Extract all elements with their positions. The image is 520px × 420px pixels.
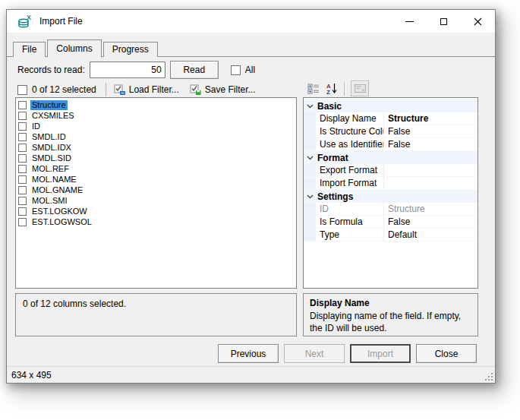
collapse-chevron-icon[interactable] — [304, 99, 316, 112]
column-checkbox[interactable] — [18, 186, 27, 194]
select-all-checkbox[interactable] — [17, 85, 27, 95]
row-gutter — [304, 216, 316, 228]
property-pages-icon — [355, 84, 366, 93]
column-label[interactable]: SMDL.SID — [30, 153, 73, 163]
list-item[interactable]: EST.LOGKOW — [16, 206, 296, 216]
property-category-row[interactable]: Basic — [304, 99, 477, 112]
tabstrip: FileColumnsProgress — [7, 39, 495, 57]
column-label[interactable]: MOL.NAME — [30, 175, 78, 185]
property-row[interactable]: IDStructure — [304, 203, 477, 216]
collapse-chevron-icon[interactable] — [304, 190, 316, 203]
property-value[interactable]: False — [383, 138, 477, 150]
close-button[interactable] — [461, 10, 495, 33]
column-checkbox[interactable] — [18, 175, 27, 184]
property-value[interactable] — [383, 164, 477, 176]
save-filter-label: Save Filter... — [205, 84, 256, 95]
property-value[interactable]: Structure — [383, 112, 477, 125]
list-item[interactable]: Structure — [16, 99, 296, 110]
column-label[interactable]: SMDL.IDX — [30, 143, 73, 153]
column-label[interactable]: MOL.GNAME — [30, 185, 84, 195]
list-item[interactable]: EST.LOGWSOL — [16, 216, 296, 227]
column-checkbox[interactable] — [18, 122, 27, 131]
all-checkbox-label[interactable]: All — [245, 65, 255, 75]
records-to-read-input[interactable] — [90, 62, 165, 78]
categorized-view-button[interactable] — [304, 81, 323, 96]
toolbar-separator — [106, 83, 106, 96]
checkbox-load-icon — [114, 84, 126, 96]
list-item[interactable]: CXSMILES — [16, 110, 296, 121]
tab-progress[interactable]: Progress — [103, 42, 158, 57]
list-item[interactable]: MOL.NAME — [16, 174, 296, 185]
property-label: ID — [316, 204, 383, 214]
property-category-row[interactable]: Format — [304, 151, 477, 164]
column-checkbox[interactable] — [18, 154, 27, 163]
property-row[interactable]: Export Format — [304, 164, 477, 177]
maximize-button[interactable] — [427, 10, 461, 33]
row-gutter — [304, 112, 316, 125]
column-checkbox[interactable] — [18, 197, 27, 205]
list-item[interactable]: MOL.GNAME — [16, 185, 296, 195]
column-label[interactable]: EST.LOGKOW — [30, 207, 89, 216]
property-row[interactable]: Is FormulaFalse — [304, 216, 477, 229]
svg-text:Z: Z — [326, 89, 330, 95]
property-label: Type — [316, 229, 383, 240]
titlebar[interactable]: X Import File — [7, 10, 495, 33]
property-grid[interactable]: BasicDisplay NameStructureIs Structure C… — [303, 97, 478, 289]
property-row[interactable]: TypeDefault — [304, 229, 477, 242]
column-label[interactable]: CXSMILES — [30, 111, 76, 121]
column-label[interactable]: ID — [30, 122, 42, 131]
column-label[interactable]: EST.LOGWSOL — [30, 217, 93, 227]
property-row[interactable]: Use as IdentifierFalse — [304, 138, 477, 151]
resize-grip-icon[interactable] — [485, 373, 493, 381]
column-label[interactable]: Structure — [30, 100, 68, 110]
property-category-row[interactable]: Settings — [304, 190, 477, 203]
row-gutter — [304, 164, 316, 176]
column-checkbox[interactable] — [18, 112, 27, 120]
columns-listbox[interactable]: StructureCXSMILESIDSMDL.IDSMDL.IDXSMDL.S… — [15, 97, 297, 289]
column-checkbox[interactable] — [18, 133, 27, 141]
row-gutter — [304, 229, 316, 241]
property-row[interactable]: Display NameStructure — [304, 112, 477, 125]
property-value[interactable]: False — [383, 125, 477, 137]
minimize-button[interactable] — [392, 10, 427, 33]
list-item[interactable]: ID — [16, 121, 296, 131]
column-checkbox[interactable] — [18, 207, 27, 216]
list-item[interactable]: SMDL.SID — [16, 153, 296, 163]
collapse-chevron-icon[interactable] — [304, 151, 316, 164]
tab-columns[interactable]: Columns — [47, 39, 101, 58]
close-button[interactable]: Close — [416, 344, 477, 363]
column-checkbox[interactable] — [18, 165, 27, 173]
list-item[interactable]: SMDL.IDX — [16, 142, 296, 153]
sort-alphabetical-button[interactable]: A Z — [323, 81, 341, 96]
list-item[interactable]: SMDL.ID — [16, 131, 296, 142]
property-description-title: Display Name — [310, 298, 471, 308]
previous-button[interactable]: Previous — [218, 344, 279, 363]
column-label[interactable]: SMDL.ID — [30, 132, 68, 142]
property-value[interactable]: Default — [383, 229, 477, 241]
property-value[interactable]: False — [383, 216, 477, 228]
property-label: Use as Identifier — [316, 139, 383, 150]
column-checkbox[interactable] — [18, 101, 27, 109]
load-filter-button[interactable]: Load Filter... — [114, 84, 179, 96]
all-checkbox[interactable] — [231, 65, 241, 75]
list-item[interactable]: MOL.REF — [16, 163, 296, 174]
property-value[interactable] — [383, 177, 477, 189]
tab-file[interactable]: File — [13, 42, 46, 57]
read-button[interactable]: Read — [170, 61, 219, 79]
property-label: Is Formula — [316, 216, 383, 227]
property-value[interactable]: Structure — [383, 203, 477, 215]
column-label[interactable]: MOL.SMI — [30, 196, 68, 206]
column-label[interactable]: MOL.REF — [30, 164, 71, 174]
list-item[interactable]: MOL.SMI — [16, 195, 296, 206]
save-filter-button[interactable]: Save Filter... — [190, 84, 256, 96]
next-button[interactable]: Next — [284, 344, 345, 363]
filter-bar: 0 of 12 selected Load Filter... Save Fil… — [17, 81, 266, 98]
property-row[interactable]: Is Structure ColumnFalse — [304, 125, 477, 138]
category-label: Basic — [316, 101, 342, 112]
import-button[interactable]: Import — [350, 344, 411, 363]
column-checkbox[interactable] — [18, 144, 27, 152]
window-controls — [392, 10, 495, 33]
property-row[interactable]: Import Format — [304, 177, 477, 190]
selected-count-label[interactable]: 0 of 12 selected — [32, 84, 96, 95]
column-checkbox[interactable] — [18, 218, 27, 226]
